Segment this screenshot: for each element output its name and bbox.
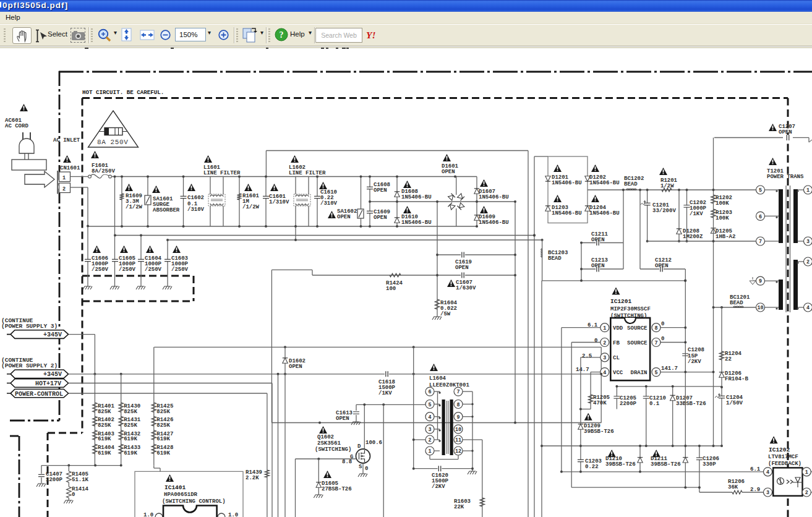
svg-text:0: 0 (594, 338, 597, 344)
svg-text:3: 3 (603, 355, 606, 361)
svg-text:8: 8 (654, 325, 657, 331)
svg-text:8A 250V: 8A 250V (97, 139, 128, 146)
svg-text:1N5406-BU: 1N5406-BU (552, 210, 582, 216)
svg-text:0: 0 (365, 466, 368, 472)
svg-text:POWER TRANS: POWER TRANS (767, 174, 804, 180)
svg-text:5: 5 (654, 370, 657, 376)
svg-text:OPEN: OPEN (655, 263, 669, 269)
svg-text:HPA00651DR: HPA00651DR (164, 492, 198, 498)
svg-text:2: 2 (62, 186, 66, 192)
svg-text:825K: 825K (98, 409, 111, 415)
svg-text:BEAD: BEAD (548, 255, 562, 262)
svg-text:0.1: 0.1 (187, 201, 198, 207)
svg-text:33/200V: 33/200V (652, 208, 676, 214)
svg-text:0: 0 (72, 492, 75, 498)
svg-text:Y!: Y! (366, 30, 376, 40)
svg-text:CL: CL (613, 355, 620, 361)
svg-text:27BSB-T26: 27BSB-T26 (322, 486, 352, 492)
svg-text:5: 5 (428, 402, 431, 408)
svg-text:1HB-A2: 1HB-A2 (716, 234, 735, 240)
svg-text:1200P: 1200P (46, 477, 63, 483)
svg-text:/2KV: /2KV (432, 484, 445, 490)
svg-text:10: 10 (455, 427, 461, 433)
svg-text:(SWITCHING): (SWITCHING) (610, 313, 647, 319)
svg-text:6.1: 6.1 (750, 466, 761, 472)
svg-text:/1/2W: /1/2W (242, 204, 260, 210)
svg-text:/310V: /310V (320, 200, 338, 207)
svg-text:3: 3 (766, 490, 769, 496)
svg-text:39BSB-T26: 39BSB-T26 (584, 429, 614, 435)
svg-text:LLEE0Z0KT001: LLEE0Z0KT001 (429, 382, 469, 388)
svg-text:1/310V: 1/310V (269, 199, 289, 205)
svg-text:SOURCE: SOURCE (627, 340, 647, 346)
svg-text:0: 0 (661, 336, 664, 342)
svg-text:100K: 100K (716, 200, 729, 207)
svg-text:MIP2F30MSSCF: MIP2F30MSSCF (610, 306, 651, 312)
svg-text:OPEN: OPEN (442, 169, 455, 175)
svg-text:5: 5 (759, 187, 762, 194)
svg-text:/250V: /250V (171, 267, 189, 273)
svg-text:C1602: C1602 (187, 195, 204, 201)
svg-text:2.9: 2.9 (750, 487, 760, 493)
svg-text:0.22: 0.22 (585, 464, 599, 470)
svg-text:POWER-CONTROL: POWER-CONTROL (15, 391, 63, 398)
svg-text:1/50V: 1/50V (726, 400, 743, 406)
svg-text:9: 9 (456, 414, 459, 421)
svg-text:11: 11 (455, 437, 461, 443)
svg-text:SOURCE: SOURCE (627, 325, 647, 331)
svg-text:1N5406-BU: 1N5406-BU (552, 180, 582, 186)
svg-text:HOT+17V: HOT+17V (35, 380, 61, 387)
svg-text:+345V: +345V (43, 371, 62, 378)
svg-text:100: 100 (386, 286, 396, 292)
svg-text:IC1202: IC1202 (769, 446, 790, 453)
svg-text:?: ? (280, 30, 284, 40)
svg-text:1: 1 (428, 448, 431, 455)
svg-text:1N5406-BU: 1N5406-BU (479, 194, 509, 200)
svg-text:(SWITCHING CONTROL): (SWITCHING CONTROL) (162, 498, 226, 505)
svg-text:14.7: 14.7 (576, 367, 589, 373)
svg-text:D: D (357, 443, 361, 450)
svg-text:HOT CIRCUIT. BE CAREFUL.: HOT CIRCUIT. BE CAREFUL. (82, 89, 164, 96)
svg-text:100.6: 100.6 (365, 440, 382, 446)
svg-text:1N5406-BU: 1N5406-BU (589, 180, 620, 186)
svg-text:12: 12 (455, 448, 461, 455)
svg-text:39BSB-T26: 39BSB-T26 (651, 461, 681, 468)
svg-text:825K: 825K (124, 422, 137, 429)
svg-text:619K: 619K (124, 450, 137, 456)
svg-text:OPEN: OPEN (289, 364, 302, 370)
svg-text:15P: 15P (688, 353, 698, 359)
svg-text:2200P: 2200P (620, 401, 637, 407)
svg-text:(FEEDBACK): (FEEDBACK) (768, 461, 801, 467)
svg-text:Q1602: Q1602 (317, 434, 334, 440)
svg-text:BEAD: BEAD (624, 181, 638, 187)
svg-text:1N5406-BU: 1N5406-BU (401, 220, 432, 226)
svg-text:2.5: 2.5 (582, 353, 592, 359)
svg-text:/5W: /5W (440, 311, 451, 317)
svg-text:1N5406-BU: 1N5406-BU (479, 220, 509, 226)
svg-text:619K: 619K (156, 450, 170, 456)
svg-text:4: 4 (603, 370, 606, 376)
svg-text:IC1401: IC1401 (165, 484, 186, 491)
svg-text:LTV817MCF: LTV817MCF (768, 454, 798, 460)
svg-text:0.1: 0.1 (649, 401, 660, 407)
svg-text:/250V: /250V (92, 267, 109, 273)
svg-text:2: 2 (806, 259, 810, 265)
svg-text:825K: 825K (156, 409, 170, 415)
svg-text:2.2K: 2.2K (246, 475, 259, 481)
svg-text:1/630V: 1/630V (456, 285, 476, 291)
svg-text:FB: FB (613, 340, 620, 346)
svg-text:L1604: L1604 (429, 375, 447, 382)
svg-text:AC CORD: AC CORD (5, 123, 28, 129)
svg-text:/1KV: /1KV (690, 211, 703, 217)
svg-text:+345V: +345V (43, 331, 62, 338)
svg-text:8A/250V: 8A/250V (92, 168, 115, 174)
svg-text:141.7: 141.7 (661, 365, 678, 372)
svg-text:2SK3561: 2SK3561 (317, 440, 341, 446)
svg-text:36K: 36K (728, 484, 738, 490)
svg-text:(POWER SUPPLY 2): (POWER SUPPLY 2) (1, 362, 58, 369)
svg-text:BEAD: BEAD (730, 300, 743, 306)
svg-text:OPEN: OPEN (455, 265, 469, 271)
svg-text:1N5406-BU: 1N5406-BU (401, 194, 432, 200)
svg-text:1N5406-BU: 1N5406-BU (589, 210, 620, 216)
svg-text:3: 3 (806, 239, 810, 245)
